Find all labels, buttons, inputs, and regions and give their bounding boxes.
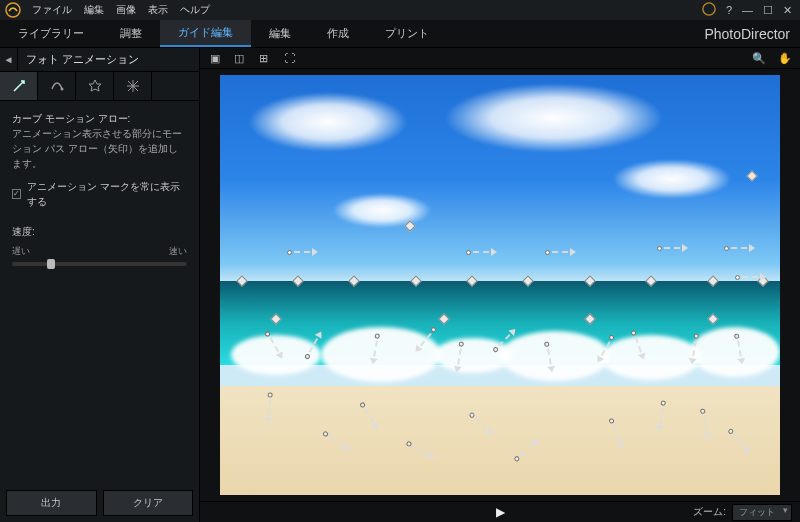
menu-view[interactable]: 表示 bbox=[148, 3, 168, 17]
maximize-icon[interactable]: ☐ bbox=[763, 4, 773, 17]
menu-edit[interactable]: 編集 bbox=[84, 3, 104, 17]
photo-canvas[interactable] bbox=[220, 75, 780, 495]
always-show-checkbox[interactable]: ✓ アニメーション マークを常に表示する bbox=[12, 179, 187, 209]
panel-title: フォト アニメーション bbox=[18, 52, 139, 67]
tab-library[interactable]: ライブラリー bbox=[0, 20, 102, 47]
close-icon[interactable]: ✕ bbox=[783, 4, 792, 17]
view-fullscreen-icon[interactable]: ⛶ bbox=[280, 50, 298, 66]
motion-arrow[interactable] bbox=[545, 247, 576, 257]
speed-label: 速度: bbox=[12, 225, 187, 239]
tool-anchor[interactable] bbox=[38, 72, 76, 100]
svg-point-2 bbox=[60, 88, 63, 91]
motion-arrow[interactable] bbox=[724, 243, 755, 253]
output-button[interactable]: 出力 bbox=[6, 490, 97, 516]
checkbox-icon: ✓ bbox=[12, 189, 21, 199]
app-brand: PhotoDirector bbox=[704, 20, 800, 47]
tab-edit[interactable]: 編集 bbox=[251, 20, 309, 47]
minimize-icon[interactable]: ― bbox=[742, 4, 753, 17]
motion-arrow[interactable] bbox=[735, 272, 766, 282]
view-compare-icon[interactable]: ◫ bbox=[230, 50, 248, 66]
tab-print[interactable]: プリント bbox=[367, 20, 447, 47]
tool-heading: カーブ モーション アロー: bbox=[12, 111, 187, 126]
motion-arrow[interactable] bbox=[287, 247, 318, 257]
speed-slider-thumb[interactable] bbox=[47, 259, 55, 269]
svg-point-1 bbox=[703, 3, 715, 15]
clear-button[interactable]: クリア bbox=[103, 490, 194, 516]
pan-tool-icon[interactable]: ✋ bbox=[776, 50, 794, 66]
play-button[interactable]: ▶ bbox=[496, 505, 505, 519]
view-grid-icon[interactable]: ⊞ bbox=[254, 50, 272, 66]
svg-point-0 bbox=[6, 3, 20, 17]
tab-create[interactable]: 作成 bbox=[309, 20, 367, 47]
menu-help[interactable]: ヘルプ bbox=[180, 3, 210, 17]
menu-file[interactable]: ファイル bbox=[32, 3, 72, 17]
speed-fast-label: 速い bbox=[169, 245, 187, 258]
zoom-label: ズーム: bbox=[693, 505, 726, 519]
motion-arrow[interactable] bbox=[657, 243, 688, 253]
zoom-select[interactable]: フィット bbox=[732, 504, 792, 521]
help-icon[interactable]: ? bbox=[726, 4, 732, 17]
secondary-logo-icon bbox=[702, 2, 716, 18]
back-icon[interactable]: ◄ bbox=[0, 48, 18, 72]
tab-guided[interactable]: ガイド編集 bbox=[160, 20, 251, 47]
speed-slow-label: 遅い bbox=[12, 245, 30, 258]
tool-description: アニメーション表示させる部分にモーション パス アロー（矢印）を追加します。 bbox=[12, 126, 187, 171]
tab-adjust[interactable]: 調整 bbox=[102, 20, 160, 47]
checkbox-label: アニメーション マークを常に表示する bbox=[27, 179, 187, 209]
app-logo-icon bbox=[4, 1, 22, 19]
tool-star[interactable] bbox=[76, 72, 114, 100]
tool-freeze[interactable] bbox=[114, 72, 152, 100]
menu-image[interactable]: 画像 bbox=[116, 3, 136, 17]
view-single-icon[interactable]: ▣ bbox=[206, 50, 224, 66]
zoom-tool-icon[interactable]: 🔍 bbox=[750, 50, 768, 66]
motion-arrow[interactable] bbox=[466, 247, 497, 257]
speed-slider[interactable] bbox=[12, 262, 187, 266]
motion-arrow[interactable] bbox=[263, 392, 276, 424]
tool-motion-arrow[interactable] bbox=[0, 72, 38, 100]
